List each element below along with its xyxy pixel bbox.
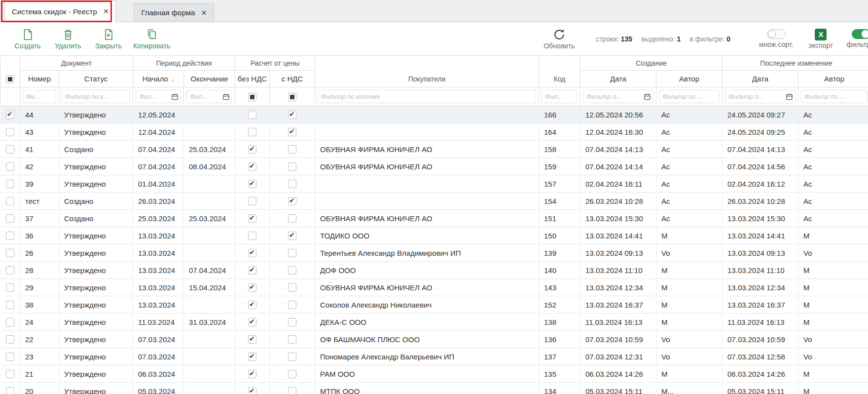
no-vat-checkbox[interactable]: [248, 318, 256, 326]
row-checkbox[interactable]: [6, 214, 14, 223]
no-vat-checkbox[interactable]: [248, 283, 256, 292]
vat-checkbox[interactable]: [288, 266, 296, 275]
row-checkbox[interactable]: [6, 128, 14, 136]
table-row[interactable]: 24 Утверждено 11.03.2024 31.03.2024 ДЕКА…: [0, 314, 868, 331]
vat-checkbox[interactable]: [288, 318, 296, 326]
row-checkbox[interactable]: [6, 335, 14, 344]
no-vat-checkbox[interactable]: [248, 266, 256, 275]
table-row[interactable]: 37 Создано 25.03.2024 25.03.2024 ОБУВНАЯ…: [0, 210, 868, 227]
row-checkbox[interactable]: [6, 197, 14, 205]
row-checkbox[interactable]: [6, 301, 14, 309]
row-checkbox[interactable]: [6, 387, 14, 394]
no-vat-checkbox[interactable]: [248, 232, 256, 240]
table-row[interactable]: 43 Утверждено 12.04.2024 164 12.04.2024 …: [0, 123, 868, 141]
column-header-modified-author[interactable]: Автор: [798, 71, 868, 87]
no-vat-checkbox[interactable]: [248, 214, 256, 223]
row-checkbox[interactable]: [6, 353, 14, 361]
column-header-number[interactable]: Номер: [20, 71, 59, 87]
column-header-no-vat[interactable]: без НДС: [235, 71, 270, 87]
column-header-code[interactable]: Код: [539, 56, 580, 87]
vat-checkbox[interactable]: [288, 197, 296, 205]
row-checkbox[interactable]: [6, 180, 14, 188]
row-checkbox[interactable]: [6, 145, 14, 154]
vat-checkbox[interactable]: [288, 301, 296, 309]
no-vat-checkbox[interactable]: [248, 353, 256, 361]
no-vat-checkbox[interactable]: [248, 128, 256, 136]
column-header-created-author[interactable]: Автор: [656, 71, 723, 87]
filter-code-input[interactable]: [542, 90, 578, 103]
column-header-created-date[interactable]: Дата: [580, 71, 656, 87]
filter-status-input[interactable]: [62, 90, 130, 103]
no-vat-checkbox[interactable]: [248, 301, 256, 309]
no-vat-checkbox[interactable]: [248, 111, 256, 119]
column-header-end[interactable]: Окончание: [184, 71, 235, 87]
filter-no-vat-checkbox[interactable]: [248, 93, 256, 101]
table-row[interactable]: тест Создано 26.03.2024 154 26.03.2024 1…: [0, 193, 868, 210]
create-button[interactable]: Создать: [12, 28, 43, 50]
row-checkbox[interactable]: [6, 232, 14, 240]
no-vat-checkbox[interactable]: [248, 335, 256, 344]
table-row[interactable]: 44 Утверждено 12.05.2024 166 12.05.2024 …: [0, 106, 868, 123]
filter-created-date-input[interactable]: [583, 90, 653, 103]
row-checkbox[interactable]: [6, 111, 14, 119]
filter-modified-author-input[interactable]: [801, 90, 868, 103]
table-row[interactable]: 38 Утверждено 13.03.2024 Соколов Алексан…: [0, 296, 868, 314]
table-row[interactable]: 41 Создано 07.04.2024 25.03.2024 ОБУВНАЯ…: [0, 141, 868, 158]
calendar-icon[interactable]: [171, 93, 179, 100]
vat-checkbox[interactable]: [288, 283, 296, 292]
filter-buyers-input[interactable]: [318, 90, 536, 103]
tab-main-form[interactable]: Главная форма ✕: [134, 3, 214, 22]
row-checkbox[interactable]: [6, 318, 14, 326]
multisort-toggle[interactable]: множ.сорт.: [759, 29, 793, 48]
filter-modified-date-input[interactable]: [725, 90, 796, 103]
vat-checkbox[interactable]: [288, 128, 296, 136]
refresh-button[interactable]: Обновить: [543, 28, 575, 50]
vat-checkbox[interactable]: [288, 145, 296, 154]
filter-vat-checkbox[interactable]: [288, 93, 296, 101]
filter-toggle[interactable]: фильтр...: [846, 29, 868, 48]
calendar-icon[interactable]: [786, 93, 793, 100]
close-icon[interactable]: ✕: [103, 8, 109, 15]
vat-checkbox[interactable]: [288, 335, 296, 344]
vat-checkbox[interactable]: [288, 180, 296, 188]
row-checkbox[interactable]: [6, 370, 14, 378]
table-row[interactable]: 39 Утверждено 01.04.2024 157 02.04.2024 …: [0, 175, 868, 193]
row-checkbox[interactable]: [6, 249, 14, 257]
calendar-icon[interactable]: [644, 93, 651, 100]
no-vat-checkbox[interactable]: [248, 249, 256, 257]
vat-checkbox[interactable]: [288, 353, 296, 361]
table-row[interactable]: 36 Утверждено 13.03.2024 ТОДИКО ООО 150 …: [0, 227, 868, 244]
vat-checkbox[interactable]: [288, 387, 296, 394]
table-row[interactable]: 26 Утверждено 13.03.2024 Терентьев Алекс…: [0, 244, 868, 262]
no-vat-checkbox[interactable]: [248, 197, 256, 205]
no-vat-checkbox[interactable]: [248, 370, 256, 378]
vat-checkbox[interactable]: [288, 370, 296, 378]
delete-button[interactable]: Удалить: [52, 28, 84, 50]
vat-checkbox[interactable]: [288, 162, 296, 171]
column-header-vat[interactable]: с НДС: [270, 71, 315, 87]
export-button[interactable]: X экспорт: [807, 29, 834, 49]
no-vat-checkbox[interactable]: [248, 145, 256, 154]
no-vat-checkbox[interactable]: [248, 162, 256, 171]
filter-number-input[interactable]: [23, 90, 56, 103]
tab-discount-registry[interactable]: Система скидок - Реестр ✕: [4, 0, 116, 22]
row-checkbox[interactable]: [6, 162, 14, 171]
copy-button[interactable]: Копировать: [133, 28, 170, 50]
table-row[interactable]: 22 Утверждено 07.03.2024 ОФ БАШМАЧОК ПЛЮ…: [0, 331, 868, 348]
calendar-icon[interactable]: [222, 93, 230, 100]
table-row[interactable]: 29 Утверждено 13.03.2024 15.04.2024 ОБУВ…: [0, 279, 868, 296]
column-header-buyers[interactable]: Покупатели: [315, 56, 539, 87]
no-vat-checkbox[interactable]: [248, 180, 256, 188]
close-document-button[interactable]: Закрыть: [93, 28, 124, 50]
vat-checkbox[interactable]: [288, 111, 296, 119]
vat-checkbox[interactable]: [288, 249, 296, 257]
column-header-start[interactable]: Начало↓: [133, 71, 184, 87]
table-row[interactable]: 21 Утверждено 06.03.2024 РАМ ООО 135 06.…: [0, 365, 868, 383]
vat-checkbox[interactable]: [288, 214, 296, 223]
toggle-on-icon[interactable]: [852, 29, 868, 39]
vat-checkbox[interactable]: [288, 232, 296, 240]
filter-created-author-input[interactable]: [659, 90, 720, 103]
table-row[interactable]: 20 Утверждено 05.03.2024 МТПК ООО 134 05…: [0, 383, 868, 394]
column-header-status[interactable]: Статус: [59, 71, 133, 87]
table-row[interactable]: 28 Утверждено 13.03.2024 07.04.2024 ДОФ …: [0, 262, 868, 279]
